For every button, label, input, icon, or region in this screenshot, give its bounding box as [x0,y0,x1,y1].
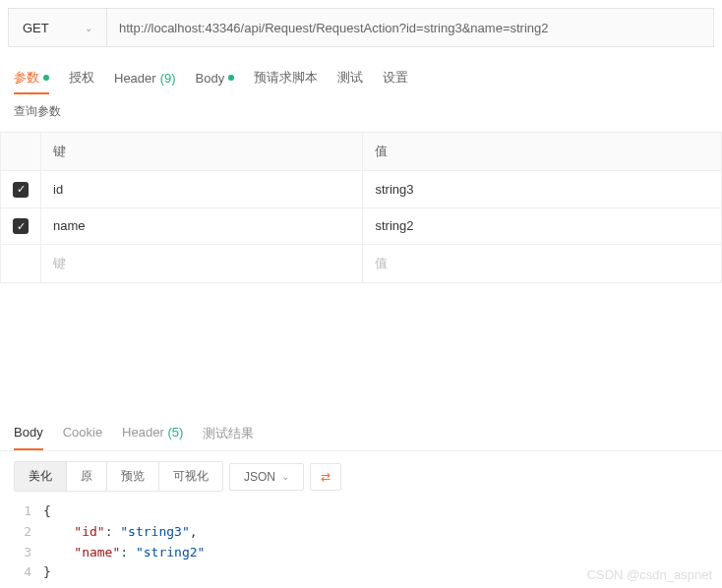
checkbox-column-header [1,133,41,171]
response-toolbar: 美化 原 预览 可视化 JSON ⌄ ⇄ [0,451,722,501]
param-value-cell[interactable]: string2 [363,207,722,245]
url-input[interactable] [107,9,713,46]
watermark: CSDN @csdn_aspnet [587,567,712,582]
tab-header[interactable]: Header (9) [114,63,176,94]
param-value-cell[interactable]: string3 [363,171,722,208]
chevron-down-icon: ⌄ [85,23,92,33]
pretty-button[interactable]: 美化 [14,461,67,492]
spacer [0,283,722,411]
table-row-new: 键 值 [1,245,722,283]
tab-body-label: Body [196,71,225,86]
json-key: "id" [74,524,104,539]
table-row: ✓ name string2 [1,207,722,245]
param-key-cell[interactable]: name [41,207,363,245]
line-number: 3 [14,543,43,563]
preview-button[interactable]: 预览 [106,461,159,492]
resp-tab-body[interactable]: Body [14,419,43,450]
chevron-down-icon: ⌄ [281,471,289,482]
tab-auth[interactable]: 授权 [69,63,94,94]
json-close-brace: } [43,564,51,579]
wrap-icon-button[interactable]: ⇄ [310,463,341,491]
query-params-section-label: 查询参数 [0,95,722,128]
url-bar: GET ⌄ [8,8,714,47]
json-value: "string3" [120,524,189,539]
http-method-select[interactable]: GET ⌄ [9,9,107,46]
params-table: 键 值 ✓ id string3 ✓ name string2 键 值 [0,132,722,283]
line-number: 1 [14,501,43,522]
response-tabs: Body Cookie Header (5) 测试结果 [0,411,722,451]
tab-settings[interactable]: 设置 [383,63,408,94]
key-column-header: 键 [41,133,363,171]
line-number: 4 [14,562,43,583]
resp-tab-header[interactable]: Header (5) [122,419,183,450]
resp-tab-results[interactable]: 测试结果 [203,419,254,450]
row-checkbox[interactable]: ✓ [13,218,29,234]
json-open-brace: { [43,503,51,518]
tab-params-label: 参数 [14,69,39,87]
visual-button[interactable]: 可视化 [158,461,223,492]
format-label: JSON [244,470,275,484]
view-mode-group: 美化 原 预览 可视化 [14,461,223,492]
method-label: GET [23,21,49,35]
tab-params[interactable]: 参数 [14,63,49,94]
resp-tab-header-count: (5) [167,425,183,440]
row-checkbox[interactable]: ✓ [13,182,29,198]
tab-header-label: Header [114,71,156,86]
value-column-header: 值 [363,133,722,171]
empty-check-cell [1,245,41,283]
format-select[interactable]: JSON ⌄ [229,463,304,491]
line-number: 2 [14,522,43,543]
table-row: ✓ id string3 [1,171,722,208]
param-value-input[interactable]: 值 [363,245,722,283]
param-key-input[interactable]: 键 [41,245,363,283]
status-dot-icon [43,75,49,81]
tab-body[interactable]: Body [196,63,235,94]
tab-header-count: (9) [160,71,176,86]
tab-tests[interactable]: 测试 [337,63,363,94]
tab-prerequest[interactable]: 预请求脚本 [254,63,318,94]
request-tabs: 参数 授权 Header (9) Body 预请求脚本 测试 设置 [0,55,722,95]
json-key: "name" [74,545,120,559]
wrap-icon: ⇄ [321,470,331,484]
status-dot-icon [228,75,234,81]
param-key-cell[interactable]: id [41,171,363,208]
resp-tab-cookie[interactable]: Cookie [63,419,102,450]
resp-tab-header-label: Header [122,425,164,440]
raw-button[interactable]: 原 [66,461,107,492]
json-value: "string2" [136,545,205,559]
